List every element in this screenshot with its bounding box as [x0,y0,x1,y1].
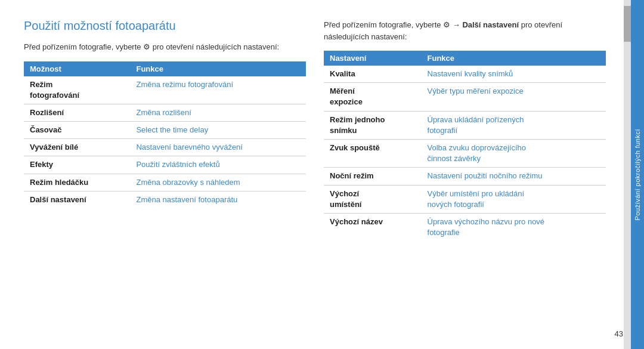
right-table-header-row: Nastavení Funkce [324,51,606,66]
table-row: EfektyPoužití zvláštních efektů [24,156,306,174]
page-number: 43 [615,329,623,338]
right-table: Nastavení Funkce KvalitaNastavení kvalit… [324,51,606,241]
right-col2-header: Funkce [422,51,606,66]
side-tab: Používání pokročilých funkcí [631,0,644,349]
cell-function: Změna rozlišení [130,104,306,121]
cell-function: Změna obrazovky s náhledem [130,174,306,191]
table-row: KvalitaNastavení kvality snímků [324,66,606,83]
cell-option: Další nastavení [24,191,130,208]
table-row: RozlišeníZměna rozlišení [24,104,306,121]
right-intro-text: Před pořízením fotografie, vyberte ⚙ → D… [324,19,606,42]
table-row: Další nastaveníZměna nastavení fotoapará… [24,191,306,208]
page-title: Použití možností fotoaparátu [24,19,306,33]
table-row: ČasovačSelect the time delay [24,122,306,139]
table-row: Měření expoziceVýběr typu měření expozic… [324,83,606,111]
table-row: Režim fotografováníZměna režimu fotograf… [24,76,306,104]
table-row: Režim jednoho snímkuÚprava ukládání poří… [324,111,606,139]
cell-option: Časovač [24,122,130,139]
cell-function: Výběr umístění pro ukládání nových fotog… [422,185,606,213]
cell-function: Select the time delay [130,122,306,139]
table-row: Vyvážení bíléNastavení barevného vyvážen… [24,139,306,156]
left-col1-header: Možnost [24,61,130,76]
cell-function: Výběr typu měření expozice [422,83,606,111]
cell-function: Použití zvláštních efektů [130,156,306,174]
cell-function: Nastavení kvality snímků [422,66,606,83]
table-row: Režim hledáčkuZměna obrazovky s náhledem [24,174,306,191]
cell-function: Nastavení použití nočního režimu [422,168,606,185]
cell-setting: Měření expozice [324,83,422,111]
left-col2-header: Funkce [130,61,306,76]
cell-setting: Noční režim [324,168,422,185]
cell-setting: Zvuk spouště [324,139,422,167]
cell-function: Změna nastavení fotoaparátu [130,191,306,208]
cell-function: Změna režimu fotografování [130,76,306,104]
right-column: Před pořízením fotografie, vyberte ⚙ → D… [324,19,606,337]
side-tab-label: Používání pokročilých funkcí [634,129,641,220]
cell-setting: Výchozí umístění [324,185,422,213]
cell-option: Režim hledáčku [24,174,130,191]
cell-setting: Kvalita [324,66,422,83]
cell-function: Nastavení barevného vyvážení [130,139,306,156]
table-row: Výchozí umístěníVýběr umístění pro uklád… [324,185,606,213]
left-table: Možnost Funkce Režim fotografováníZměna … [24,61,306,209]
cell-function: Volba zvuku doprovázejícího činnost závě… [422,139,606,167]
right-col1-header: Nastavení [324,51,422,66]
scrollbar[interactable] [624,0,631,349]
left-table-header-row: Možnost Funkce [24,61,306,76]
table-row: Výchozí názevÚprava výchozího názvu pro … [324,213,606,241]
cell-function: Úprava výchozího názvu pro nové fotograf… [422,213,606,241]
cell-option: Efekty [24,156,130,174]
cell-setting: Režim jednoho snímku [324,111,422,139]
cell-setting: Výchozí název [324,213,422,241]
left-intro-text: Před pořízením fotografie, vyberte ⚙ pro… [24,41,306,53]
table-row: Zvuk spouštěVolba zvuku doprovázejícího … [324,139,606,167]
left-column: Použití možností fotoaparátu Před poříze… [24,19,306,337]
table-row: Noční režimNastavení použití nočního rež… [324,168,606,185]
cell-option: Rozlišení [24,104,130,121]
cell-function: Úprava ukládání pořízených fotografií [422,111,606,139]
cell-option: Režim fotografování [24,76,130,104]
cell-option: Vyvážení bílé [24,139,130,156]
scrollbar-thumb[interactable] [624,6,631,42]
